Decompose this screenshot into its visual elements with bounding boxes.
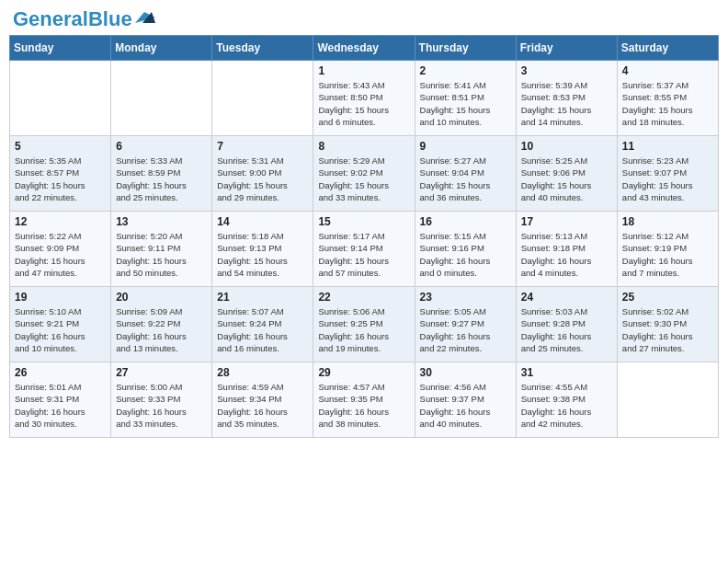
day-info: Sunrise: 5:39 AMSunset: 8:53 PMDaylight:… (521, 79, 612, 128)
day-info: Sunrise: 5:06 AMSunset: 9:25 PMDaylight:… (318, 305, 409, 354)
day-number: 15 (318, 215, 409, 228)
day-info: Sunrise: 5:05 AMSunset: 9:27 PMDaylight:… (420, 305, 511, 354)
day-info: Sunrise: 4:57 AMSunset: 9:35 PMDaylight:… (318, 381, 409, 430)
day-info: Sunrise: 5:13 AMSunset: 9:18 PMDaylight:… (521, 230, 612, 279)
calendar-cell: 28Sunrise: 4:59 AMSunset: 9:34 PMDayligh… (212, 362, 313, 438)
day-info: Sunrise: 5:43 AMSunset: 8:50 PMDaylight:… (318, 79, 409, 128)
calendar-cell: 15Sunrise: 5:17 AMSunset: 9:14 PMDayligh… (313, 212, 415, 287)
day-info: Sunrise: 5:15 AMSunset: 9:16 PMDaylight:… (420, 230, 511, 279)
day-info: Sunrise: 5:27 AMSunset: 9:04 PMDaylight:… (420, 155, 511, 203)
day-info: Sunrise: 5:10 AMSunset: 9:21 PMDaylight:… (15, 305, 106, 354)
week-row-4: 19Sunrise: 5:10 AMSunset: 9:21 PMDayligh… (10, 287, 719, 362)
calendar-cell: 7Sunrise: 5:31 AMSunset: 9:00 PMDaylight… (212, 136, 313, 212)
day-info: Sunrise: 4:55 AMSunset: 9:38 PMDaylight:… (521, 381, 612, 430)
calendar-cell (212, 61, 313, 136)
logo-text: GeneralBlue (13, 9, 132, 29)
day-number: 19 (15, 291, 106, 304)
calendar-cell: 12Sunrise: 5:22 AMSunset: 9:09 PMDayligh… (10, 212, 111, 287)
calendar-cell: 10Sunrise: 5:25 AMSunset: 9:06 PMDayligh… (516, 136, 617, 212)
day-number: 31 (521, 366, 612, 379)
header-friday: Friday (516, 36, 617, 61)
calendar-cell (10, 61, 111, 136)
calendar-cell: 17Sunrise: 5:13 AMSunset: 9:18 PMDayligh… (516, 212, 617, 287)
day-number: 16 (420, 215, 511, 228)
day-info: Sunrise: 5:20 AMSunset: 9:11 PMDaylight:… (116, 230, 207, 279)
calendar-cell: 21Sunrise: 5:07 AMSunset: 9:24 PMDayligh… (212, 287, 313, 362)
calendar-cell: 22Sunrise: 5:06 AMSunset: 9:25 PMDayligh… (313, 287, 415, 362)
day-number: 27 (116, 366, 207, 379)
calendar-cell: 18Sunrise: 5:12 AMSunset: 9:19 PMDayligh… (617, 212, 718, 287)
day-number: 20 (116, 291, 207, 304)
week-row-1: 1Sunrise: 5:43 AMSunset: 8:50 PMDaylight… (10, 61, 719, 136)
day-number: 30 (420, 366, 511, 379)
day-number: 25 (622, 291, 713, 304)
header-wednesday: Wednesday (313, 36, 415, 61)
day-info: Sunrise: 5:23 AMSunset: 9:07 PMDaylight:… (622, 155, 713, 203)
page-header: GeneralBlue (9, 9, 719, 29)
day-number: 5 (15, 140, 106, 153)
header-sunday: Sunday (10, 36, 111, 61)
calendar-cell: 23Sunrise: 5:05 AMSunset: 9:27 PMDayligh… (415, 287, 516, 362)
calendar-cell: 26Sunrise: 5:01 AMSunset: 9:31 PMDayligh… (10, 362, 111, 438)
day-number: 18 (622, 215, 713, 228)
calendar-cell: 25Sunrise: 5:02 AMSunset: 9:30 PMDayligh… (617, 287, 718, 362)
day-number: 9 (420, 140, 511, 153)
calendar-cell: 1Sunrise: 5:43 AMSunset: 8:50 PMDaylight… (313, 61, 415, 136)
day-number: 28 (217, 366, 308, 379)
day-number: 23 (420, 291, 511, 304)
day-number: 4 (622, 64, 713, 77)
day-info: Sunrise: 5:29 AMSunset: 9:02 PMDaylight:… (318, 155, 409, 203)
day-info: Sunrise: 5:02 AMSunset: 9:30 PMDaylight:… (622, 305, 713, 354)
calendar-cell (111, 61, 212, 136)
calendar-header-row: SundayMondayTuesdayWednesdayThursdayFrid… (10, 36, 719, 61)
day-info: Sunrise: 5:25 AMSunset: 9:06 PMDaylight:… (521, 155, 612, 203)
day-info: Sunrise: 5:35 AMSunset: 8:57 PMDaylight:… (15, 155, 106, 203)
day-info: Sunrise: 5:12 AMSunset: 9:19 PMDaylight:… (622, 230, 713, 279)
day-number: 24 (521, 291, 612, 304)
calendar-cell: 30Sunrise: 4:56 AMSunset: 9:37 PMDayligh… (415, 362, 516, 438)
week-row-5: 26Sunrise: 5:01 AMSunset: 9:31 PMDayligh… (10, 362, 719, 438)
week-row-2: 5Sunrise: 5:35 AMSunset: 8:57 PMDaylight… (10, 136, 719, 212)
day-number: 7 (217, 140, 308, 153)
day-info: Sunrise: 5:09 AMSunset: 9:22 PMDaylight:… (116, 305, 207, 354)
day-info: Sunrise: 5:33 AMSunset: 8:59 PMDaylight:… (116, 155, 207, 203)
header-tuesday: Tuesday (212, 36, 313, 61)
day-info: Sunrise: 5:03 AMSunset: 9:28 PMDaylight:… (521, 305, 612, 354)
day-info: Sunrise: 5:31 AMSunset: 9:00 PMDaylight:… (217, 155, 308, 203)
day-info: Sunrise: 4:56 AMSunset: 9:37 PMDaylight:… (420, 381, 511, 430)
calendar-cell (617, 362, 718, 438)
day-number: 29 (318, 366, 409, 379)
day-info: Sunrise: 5:41 AMSunset: 8:51 PMDaylight:… (420, 79, 511, 128)
calendar-cell: 20Sunrise: 5:09 AMSunset: 9:22 PMDayligh… (111, 287, 212, 362)
day-number: 26 (15, 366, 106, 379)
day-number: 21 (217, 291, 308, 304)
calendar-cell: 3Sunrise: 5:39 AMSunset: 8:53 PMDaylight… (516, 61, 617, 136)
day-info: Sunrise: 5:00 AMSunset: 9:33 PMDaylight:… (116, 381, 207, 430)
day-number: 10 (521, 140, 612, 153)
calendar-cell: 24Sunrise: 5:03 AMSunset: 9:28 PMDayligh… (516, 287, 617, 362)
calendar-cell: 29Sunrise: 4:57 AMSunset: 9:35 PMDayligh… (313, 362, 415, 438)
calendar-cell: 31Sunrise: 4:55 AMSunset: 9:38 PMDayligh… (516, 362, 617, 438)
calendar-cell: 6Sunrise: 5:33 AMSunset: 8:59 PMDaylight… (111, 136, 212, 212)
day-number: 11 (622, 140, 713, 153)
day-number: 17 (521, 215, 612, 228)
calendar-cell: 11Sunrise: 5:23 AMSunset: 9:07 PMDayligh… (617, 136, 718, 212)
day-number: 8 (318, 140, 409, 153)
calendar-cell: 2Sunrise: 5:41 AMSunset: 8:51 PMDaylight… (415, 61, 516, 136)
header-thursday: Thursday (415, 36, 516, 61)
calendar-cell: 27Sunrise: 5:00 AMSunset: 9:33 PMDayligh… (111, 362, 212, 438)
calendar-cell: 8Sunrise: 5:29 AMSunset: 9:02 PMDaylight… (313, 136, 415, 212)
logo-blue: Blue (88, 7, 132, 30)
calendar-cell: 16Sunrise: 5:15 AMSunset: 9:16 PMDayligh… (415, 212, 516, 287)
logo: GeneralBlue (13, 9, 155, 29)
logo-icon (135, 10, 155, 25)
calendar-cell: 4Sunrise: 5:37 AMSunset: 8:55 PMDaylight… (617, 61, 718, 136)
day-number: 1 (318, 64, 409, 77)
header-saturday: Saturday (617, 36, 718, 61)
day-number: 12 (15, 215, 106, 228)
day-number: 13 (116, 215, 207, 228)
day-info: Sunrise: 5:37 AMSunset: 8:55 PMDaylight:… (622, 79, 713, 128)
calendar-cell: 5Sunrise: 5:35 AMSunset: 8:57 PMDaylight… (10, 136, 111, 212)
day-info: Sunrise: 4:59 AMSunset: 9:34 PMDaylight:… (217, 381, 308, 430)
header-monday: Monday (111, 36, 212, 61)
